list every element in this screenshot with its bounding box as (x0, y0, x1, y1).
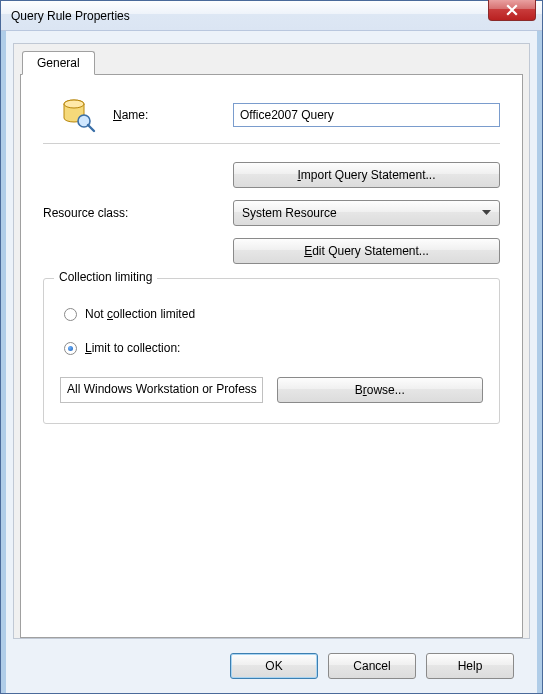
import-query-button[interactable]: Import Query Statement... (233, 162, 500, 188)
close-button[interactable] (488, 0, 536, 21)
database-search-icon (60, 97, 96, 133)
resource-row: Resource class: System Resource (43, 200, 500, 226)
query-icon-cell (43, 97, 113, 133)
tab-body: Name: Import Query Statement... Resour (20, 74, 523, 638)
svg-line-3 (88, 125, 94, 131)
dialog-button-bar: OK Cancel Help (13, 639, 530, 693)
tabstrip: General (20, 50, 523, 74)
radio-icon (64, 308, 77, 321)
radio-not-limited[interactable]: Not collection limited (64, 307, 483, 321)
chevron-down-icon (477, 210, 495, 216)
collection-limiting-group: Collection limiting Not collection limit… (43, 278, 500, 424)
dialog-window: Query Rule Properties General (0, 0, 543, 694)
resource-class-value: System Resource (242, 206, 477, 220)
inner-panel: General Name: (13, 43, 530, 639)
radio-icon (64, 342, 77, 355)
radio-label: Limit to collection: (85, 341, 180, 355)
content-area: General Name: (1, 31, 542, 693)
cancel-button[interactable]: Cancel (328, 653, 416, 679)
tab-general[interactable]: General (22, 51, 95, 75)
window-title: Query Rule Properties (11, 9, 130, 23)
radio-limit-to-collection[interactable]: Limit to collection: (64, 341, 483, 355)
edit-row: Edit Query Statement... (43, 238, 500, 264)
divider (43, 143, 500, 144)
resource-class-label: Resource class: (43, 206, 128, 220)
name-label: Name: (113, 108, 233, 122)
import-row: Import Query Statement... (43, 162, 500, 188)
browse-button[interactable]: Browse... (277, 377, 484, 403)
ok-button[interactable]: OK (230, 653, 318, 679)
close-icon (506, 4, 518, 16)
titlebar[interactable]: Query Rule Properties (1, 1, 542, 31)
name-input[interactable] (233, 103, 500, 127)
help-button[interactable]: Help (426, 653, 514, 679)
collection-value-row: All Windows Workstation or Profess Brows… (60, 377, 483, 403)
edit-query-button[interactable]: Edit Query Statement... (233, 238, 500, 264)
svg-point-1 (64, 100, 84, 108)
collection-value: All Windows Workstation or Profess (60, 377, 263, 403)
collection-limiting-legend: Collection limiting (54, 270, 157, 284)
name-row: Name: (43, 97, 500, 133)
radio-label: Not collection limited (85, 307, 195, 321)
resource-class-combo[interactable]: System Resource (233, 200, 500, 226)
